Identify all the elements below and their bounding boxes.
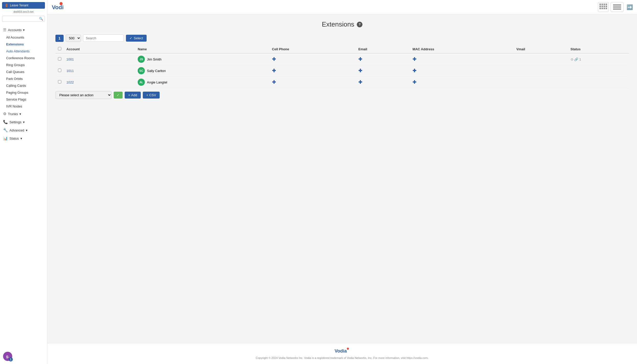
sidebar-item-park-orbits[interactable]: Park Orbits bbox=[0, 75, 47, 82]
sidebar-nav: ☰ Accounts ▾ All Accounts Extensions Aut… bbox=[0, 25, 47, 143]
leave-tenant-label: Leave Tenant bbox=[10, 4, 28, 7]
sidebar-trunks-group[interactable]: ⚙ Trunks ▾ bbox=[0, 110, 47, 118]
add-cell-phone-1001[interactable]: ✚ bbox=[272, 56, 276, 62]
csv-icon: + bbox=[146, 93, 148, 97]
sidebar-item-all-accounts[interactable]: All Accounts bbox=[0, 34, 47, 41]
door-icon: 🚪 bbox=[5, 4, 8, 7]
per-page-select[interactable]: 50 100 200 500 bbox=[66, 34, 81, 42]
sidebar-item-service-flags[interactable]: Service Flags bbox=[0, 96, 47, 103]
header-email: Email bbox=[356, 45, 410, 53]
select-label: Select bbox=[134, 36, 143, 40]
extensions-table: Account Name Cell Phone Email MAC Addres… bbox=[55, 45, 629, 88]
row-checkbox-cell bbox=[55, 53, 64, 65]
action-confirm-button[interactable]: ✓ bbox=[114, 92, 123, 99]
add-button[interactable]: + Add bbox=[125, 92, 141, 99]
status-icons-1001: ⊙ 🔗 1 bbox=[571, 57, 626, 61]
row-mac-1022: ✚ bbox=[410, 77, 514, 88]
table-header-row: Account Name Cell Phone Email MAC Addres… bbox=[55, 45, 629, 53]
add-email-1011[interactable]: ✚ bbox=[358, 68, 362, 74]
page-number-button[interactable]: 1 bbox=[55, 35, 64, 42]
sidebar-settings-group[interactable]: 📞 Settings ▾ bbox=[0, 118, 47, 126]
row-email-1001: ✚ bbox=[356, 53, 410, 65]
table-row: 1001 JS Jim Smith ✚ ✚ ✚ ⊙ 🔗 1 bbox=[55, 53, 629, 65]
add-label: Add bbox=[131, 93, 137, 97]
add-email-1022[interactable]: ✚ bbox=[358, 79, 362, 85]
svg-point-2 bbox=[347, 348, 349, 350]
sidebar-item-calling-cards[interactable]: Calling Cards bbox=[0, 82, 47, 89]
sidebar-search-input[interactable] bbox=[4, 17, 39, 21]
name-text-1022: Angie Langtel bbox=[147, 80, 167, 84]
sidebar-advanced-group[interactable]: 🔧 Advanced ▾ bbox=[0, 126, 47, 134]
header-status: Status bbox=[568, 45, 629, 53]
row-checkbox-1022[interactable] bbox=[58, 80, 61, 83]
sidebar-item-paging-groups[interactable]: Paging Groups bbox=[0, 89, 47, 96]
sidebar-status-group[interactable]: 📊 Status ▾ bbox=[0, 134, 47, 142]
settings-icon: 📞 bbox=[3, 120, 8, 124]
sidebar-accounts-group[interactable]: ☰ Accounts ▾ bbox=[0, 26, 47, 34]
advanced-chevron-icon: ▾ bbox=[26, 128, 28, 132]
status-chevron-icon: ▾ bbox=[20, 137, 22, 140]
add-mac-1022[interactable]: ✚ bbox=[412, 79, 416, 85]
action-select[interactable]: Please select an action bbox=[55, 91, 112, 99]
header-checkbox-col bbox=[55, 45, 64, 53]
sidebar-item-auto-attendants[interactable]: Auto Attendants bbox=[0, 48, 47, 55]
footer-copyright: Copyright © 2024 Vodia Networks Inc. Vod… bbox=[51, 356, 633, 360]
account-link-1001[interactable]: 1001 bbox=[66, 57, 74, 61]
extensions-table-body: 1001 JS Jim Smith ✚ ✚ ✚ ⊙ 🔗 1 bbox=[55, 53, 629, 88]
add-email-1001[interactable]: ✚ bbox=[358, 56, 362, 62]
user-initials: g. bbox=[6, 354, 9, 358]
trunks-chevron-icon: ▾ bbox=[19, 112, 21, 116]
user-badge: 1 bbox=[9, 357, 13, 361]
select-checkmark-icon: ✓ bbox=[129, 36, 132, 40]
row-status-1011 bbox=[568, 65, 629, 77]
extensions-page: Extensions ? 1 50 100 200 500 ✓ Select bbox=[47, 14, 637, 343]
logout-button[interactable]: ➡️ bbox=[627, 4, 633, 10]
row-mac-1001: ✚ bbox=[410, 53, 514, 65]
page-title-row: Extensions ? bbox=[55, 20, 629, 28]
page-title: Extensions bbox=[322, 20, 354, 28]
select-all-checkbox[interactable] bbox=[58, 47, 61, 50]
row-email-1011: ✚ bbox=[356, 65, 410, 77]
trunks-group-label: Trunks bbox=[8, 112, 18, 116]
row-account-1001: 1001 bbox=[64, 53, 135, 65]
sidebar-item-extensions[interactable]: Extensions bbox=[0, 41, 47, 48]
footer-logo: Vodia bbox=[51, 347, 633, 355]
sidebar-item-call-queues[interactable]: Call Queues bbox=[0, 68, 47, 75]
row-status-1022 bbox=[568, 77, 629, 88]
sidebar: 🚪 Leave Tenant dst003.onc3.net 🔍 ☰ Accou… bbox=[0, 0, 47, 364]
table-row: 1011 SC Sally Carlton ✚ ✚ ✚ bbox=[55, 65, 629, 77]
sidebar-item-ring-groups[interactable]: Ring Groups bbox=[0, 62, 47, 68]
select-button[interactable]: ✓ Select bbox=[126, 35, 147, 42]
avatar-1022: AL bbox=[138, 79, 145, 86]
user-avatar[interactable]: g. 1 bbox=[3, 352, 12, 361]
row-checkbox-1001[interactable] bbox=[58, 57, 61, 60]
csv-button[interactable]: + CSV bbox=[143, 92, 160, 99]
view-toggle-icons bbox=[598, 2, 623, 12]
sidebar-item-ivr-nodes[interactable]: IVR Nodes bbox=[0, 103, 47, 110]
grid-view-button[interactable] bbox=[598, 2, 609, 12]
name-text-1011: Sally Carlton bbox=[147, 69, 166, 73]
row-cell-phone-1001: ✚ bbox=[269, 53, 356, 65]
sidebar-item-conference-rooms[interactable]: Conference Rooms bbox=[0, 55, 47, 62]
search-input[interactable] bbox=[83, 34, 124, 42]
row-account-1011: 1011 bbox=[64, 65, 135, 77]
add-mac-1001[interactable]: ✚ bbox=[412, 56, 416, 62]
account-link-1011[interactable]: 1011 bbox=[66, 69, 74, 73]
settings-chevron-icon: ▾ bbox=[23, 120, 25, 124]
add-mac-1011[interactable]: ✚ bbox=[412, 68, 416, 74]
row-checkbox-1011[interactable] bbox=[58, 69, 61, 72]
header-mac-address: MAC Address bbox=[410, 45, 514, 53]
account-link-1022[interactable]: 1022 bbox=[66, 80, 74, 84]
help-icon-button[interactable]: ? bbox=[357, 22, 362, 27]
name-text-1001: Jim Smith bbox=[147, 57, 161, 61]
advanced-group-label: Advanced bbox=[9, 128, 24, 132]
leave-tenant-button[interactable]: 🚪 Leave Tenant bbox=[2, 2, 45, 9]
add-cell-phone-1022[interactable]: ✚ bbox=[272, 79, 276, 85]
list-view-button[interactable] bbox=[611, 2, 623, 12]
header-vmail: Vmail bbox=[514, 45, 568, 53]
row-checkbox-cell bbox=[55, 65, 64, 77]
logo-icon: Vodia bbox=[51, 2, 64, 13]
header-account: Account bbox=[64, 45, 135, 53]
sidebar-search-button[interactable]: 🔍 bbox=[39, 17, 43, 21]
add-cell-phone-1011[interactable]: ✚ bbox=[272, 68, 276, 74]
